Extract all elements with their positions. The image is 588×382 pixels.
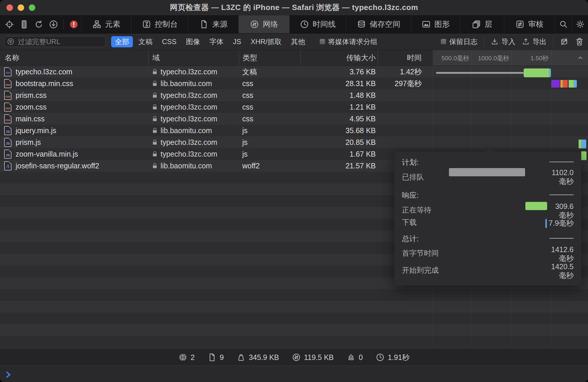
- tab-network[interactable]: 网络: [238, 15, 289, 33]
- separator-line: [549, 195, 574, 195]
- tab-label: 网络: [263, 19, 278, 29]
- network-status-bar: 29345.9 KB119.5 KB01.91秒: [0, 349, 588, 366]
- popover-arrow: [485, 148, 495, 152]
- divider: [553, 37, 553, 46]
- start-to-finish-label: 开始到完成: [402, 266, 439, 274]
- quick-console[interactable]: [0, 366, 588, 382]
- value-number: 1420.5: [551, 262, 574, 271]
- waterfall-segment-blue[interactable]: [574, 80, 577, 88]
- status-item: 0: [347, 353, 363, 362]
- disable-caches-icon[interactable]: [560, 37, 569, 46]
- value-number: 1412.6: [551, 245, 574, 254]
- queued-label: 已排队: [402, 172, 424, 181]
- preserve-log-checkbox[interactable]: 保留日志: [441, 37, 477, 46]
- tab-graphics[interactable]: 图形: [411, 15, 460, 33]
- network-icon: [250, 20, 259, 29]
- status-value: 1.91秒: [388, 353, 410, 362]
- export-icon: [522, 38, 530, 46]
- waterfall-segment-green[interactable]: [569, 80, 574, 88]
- filter-pill[interactable]: 其他: [287, 36, 309, 47]
- waterfall-queued-bar[interactable]: [436, 72, 524, 74]
- traffic-lights: [6, 4, 35, 11]
- device-icon[interactable]: [19, 20, 29, 29]
- waterfall-segment-orange[interactable]: [560, 80, 563, 88]
- waterfall-waiting-bar[interactable]: [524, 68, 549, 77]
- layers-icon: [472, 20, 481, 29]
- tab-console[interactable]: 控制台: [131, 15, 188, 33]
- ruler-label: 500.0毫秒: [435, 54, 469, 62]
- value-unit: 毫秒: [551, 254, 574, 263]
- weight-icon: [237, 353, 245, 362]
- column-header-size[interactable]: 传输大小: [300, 50, 377, 66]
- filter-pill[interactable]: 全部: [111, 36, 133, 47]
- error-badge-icon[interactable]: [69, 20, 78, 29]
- column-header-type[interactable]: 类型: [239, 50, 300, 66]
- waterfall-sliver-green[interactable]: [579, 140, 581, 148]
- filter-pill[interactable]: 字体: [206, 36, 227, 47]
- download-icon[interactable]: [49, 20, 58, 29]
- queued-bar: [449, 168, 525, 176]
- zoom-window-button[interactable]: [29, 4, 35, 11]
- chevron-up-icon[interactable]: [577, 54, 584, 61]
- elements-icon: [92, 20, 101, 29]
- clock-icon: [376, 353, 385, 362]
- group-media-checkbox[interactable]: 将媒体请求分组: [320, 37, 377, 46]
- value-unit: 毫秒: [552, 177, 574, 186]
- filter-pill[interactable]: CSS: [158, 37, 180, 47]
- column-header-name[interactable]: 名称: [0, 53, 148, 63]
- waterfall-segment-purple[interactable]: [551, 80, 560, 88]
- value-number: 309.6: [555, 202, 574, 211]
- console-icon: [142, 20, 151, 29]
- audits-icon: [515, 20, 524, 29]
- checkbox-box: [441, 39, 446, 44]
- transfer-icon: [292, 353, 301, 362]
- tab-layers[interactable]: 层: [460, 15, 504, 33]
- clear-network-items-icon[interactable]: [575, 37, 584, 46]
- waterfall-sliver-green2[interactable]: [581, 151, 587, 160]
- export-button[interactable]: 导出: [522, 37, 547, 46]
- filter-pill[interactable]: XHR/抓取: [247, 36, 285, 47]
- sources-icon: [199, 20, 208, 29]
- column-label: 传输大小: [346, 53, 376, 63]
- waterfall-download-bar[interactable]: [549, 68, 551, 77]
- reload-icon[interactable]: [34, 20, 44, 29]
- waterfall-segment-red[interactable]: [563, 80, 568, 88]
- tab-label: 控制台: [155, 19, 178, 29]
- close-window-button[interactable]: [6, 4, 13, 11]
- search-icon: [559, 20, 568, 29]
- status-value: 119.5 KB: [304, 353, 334, 362]
- tab-elements[interactable]: 元素: [81, 15, 131, 33]
- filter-pill[interactable]: 图像: [182, 36, 204, 47]
- tab-sources[interactable]: 来源: [188, 15, 238, 33]
- inspector-toolbar: 元素 控制台 来源 网络 时间线 储存空间 图形 层 审核: [0, 15, 588, 33]
- tab-storage[interactable]: 储存空间: [346, 15, 411, 33]
- status-item: 1.91秒: [376, 353, 410, 362]
- column-header-domain[interactable]: 域: [148, 50, 239, 66]
- download-value: 7.9毫秒: [549, 219, 574, 227]
- column-label: 域: [152, 53, 160, 63]
- status-item: 119.5 KB: [292, 353, 334, 362]
- response-section-label: 响应:: [402, 191, 419, 200]
- console-prompt-icon: [5, 371, 12, 378]
- minimize-window-button[interactable]: [18, 4, 24, 11]
- ruler-tick: [512, 50, 512, 66]
- title-bar: 网页检查器 — L3ZC 的 iPhone — Safari 浏览器 — typ…: [0, 0, 588, 15]
- url-filter-input[interactable]: [4, 36, 106, 47]
- column-header-time[interactable]: 时间: [377, 50, 425, 66]
- settings-button[interactable]: [572, 15, 588, 33]
- network-table-body: <> typecho.l3zc.com typecho.l3zc.com 文稿 …: [0, 66, 588, 349]
- filter-pill[interactable]: JS: [229, 37, 245, 47]
- filter-pill[interactable]: 文稿: [135, 36, 156, 47]
- waiting-bar: [525, 202, 547, 210]
- checkbox-label: 保留日志: [449, 37, 477, 46]
- search-button[interactable]: [554, 15, 572, 33]
- ruler-label: 1.50秒: [514, 54, 549, 62]
- element-picker-icon[interactable]: [5, 20, 14, 29]
- status-value: 345.9 KB: [249, 353, 279, 362]
- ruler-label: 1000.0毫秒: [474, 54, 509, 62]
- queued-value: 1102.0毫秒: [552, 168, 574, 186]
- tab-audits[interactable]: 审核: [504, 15, 554, 33]
- import-button[interactable]: 导入: [491, 37, 515, 46]
- tab-timelines[interactable]: 时间线: [289, 15, 346, 33]
- waterfall-sliver-blue[interactable]: [581, 140, 586, 148]
